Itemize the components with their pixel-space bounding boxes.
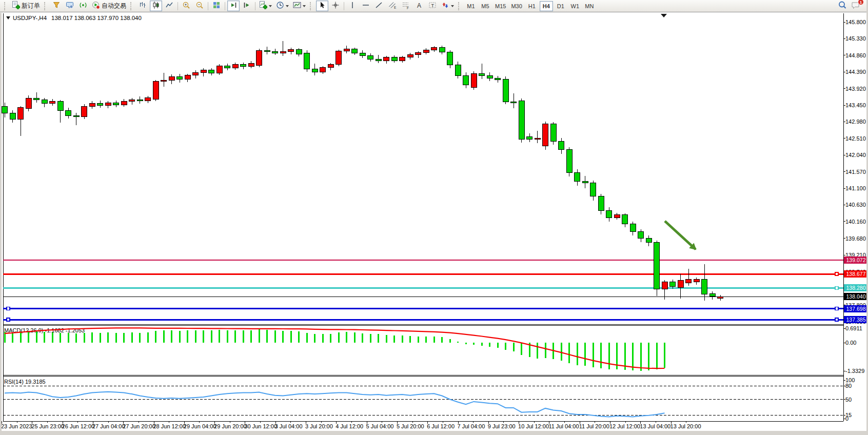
time-axis-label: 27 Jun 04:00	[92, 423, 125, 430]
toolbar-grip[interactable]	[4, 2, 7, 10]
toolbar-grip[interactable]	[130, 2, 133, 10]
text-label-button[interactable]: T	[426, 1, 439, 11]
periods-button[interactable]	[274, 1, 290, 11]
template-icon	[293, 1, 301, 11]
line-chart-button[interactable]	[163, 1, 175, 11]
main-chart-pane[interactable]	[3, 13, 843, 325]
macd-scale-label: 0.00	[845, 339, 868, 346]
cursor-button[interactable]	[316, 1, 328, 11]
toolbar-separator	[208, 2, 208, 10]
svg-text:T: T	[431, 3, 435, 8]
price-line-tag[interactable]: 138.280	[844, 284, 868, 291]
candlestick-chart-button[interactable]	[150, 1, 162, 11]
bar-chart-button[interactable]	[136, 1, 149, 11]
time-axis-label: 11 Jul 04:00	[548, 423, 579, 430]
chart-title: USDJPY-,H4 138.017 138.063 137.970 138.0…	[6, 15, 142, 21]
toolbar-grip[interactable]	[44, 2, 47, 10]
dropdown-caret-icon	[303, 5, 306, 7]
rsi-pane[interactable]	[3, 377, 843, 421]
templates-button[interactable]	[291, 1, 307, 11]
zoom-out-button[interactable]	[193, 1, 206, 11]
time-axis-label: 27 Jun 20:00	[123, 423, 155, 430]
tile-windows-button[interactable]	[210, 1, 223, 11]
period-D1[interactable]: D1	[554, 1, 567, 11]
clock-icon	[276, 1, 284, 11]
terminal-button[interactable]	[64, 1, 76, 11]
price-tick-label: 141.570	[845, 168, 868, 175]
indicators-button[interactable]	[258, 1, 273, 11]
text-button[interactable]: A	[413, 1, 425, 11]
period-M1[interactable]: M1	[464, 1, 478, 11]
arrows-icon	[441, 1, 449, 11]
new-order-button[interactable]: 新订单	[10, 1, 42, 11]
chart-symbol-period: USDJPY-,H4	[13, 15, 47, 21]
toolbar-separator	[177, 2, 178, 10]
period-M5[interactable]: M5	[479, 1, 492, 11]
search-button[interactable]	[836, 1, 849, 11]
toolbar-separator	[255, 2, 255, 10]
period-M30[interactable]: M30	[509, 1, 524, 11]
time-axis-label: 13 Jul 04:00	[640, 423, 670, 430]
period-M15[interactable]: M15	[493, 1, 508, 11]
signal-icon	[79, 1, 87, 11]
time-axis-label: 9 Jul 23:00	[488, 423, 516, 430]
chart-shift-button[interactable]	[241, 1, 253, 11]
price-tick-label: 142.510	[845, 135, 868, 142]
crosshair-icon	[331, 1, 340, 11]
time-axis-label: 23 Jun 2023	[1, 423, 32, 430]
toolbar-grip[interactable]	[458, 2, 461, 10]
notifications-button[interactable]: 1	[850, 1, 862, 11]
time-axis-label: 7 Jul 04:00	[458, 423, 485, 430]
price-line-tag[interactable]: 137.385	[844, 316, 868, 323]
equidistant-channel-button[interactable]: E	[386, 1, 399, 11]
zoom-in-button[interactable]	[180, 1, 192, 11]
vertical-line-button[interactable]	[346, 1, 359, 11]
toolbar-separator	[344, 2, 344, 10]
equidistant-channel-icon: E	[388, 1, 397, 11]
price-tick-label: 142.040	[845, 151, 868, 159]
period-H4[interactable]: H4	[540, 1, 553, 11]
price-line-tag[interactable]: 138.040	[844, 293, 868, 300]
macd-scale-label: 0.6911	[845, 325, 868, 332]
auto-trading-button[interactable]: 自动交易	[90, 1, 128, 11]
time-axis-label: 30 Jun 12:00	[244, 423, 277, 430]
period-MN[interactable]: MN	[583, 1, 596, 11]
fibonacci-button[interactable]: F	[400, 1, 412, 11]
chart-dropdown-icon[interactable]	[6, 16, 10, 19]
zoom-out-icon	[195, 1, 204, 11]
price-tick-label: 145.330	[845, 35, 868, 42]
cursor-icon	[318, 1, 326, 11]
text-icon: A	[415, 1, 423, 11]
time-axis-label: 28 Jun 12:00	[153, 423, 186, 430]
toolbar-separator	[225, 2, 225, 10]
time-axis-label: 25 Jun 23:00	[31, 423, 64, 430]
toolbar-grip[interactable]	[310, 2, 313, 10]
time-axis-label: 13 Jul 20:00	[670, 423, 701, 430]
rsi-scale-label: 50	[845, 396, 868, 403]
funnel-icon	[52, 1, 61, 11]
signal-button[interactable]	[77, 1, 89, 11]
crosshair-button[interactable]	[329, 1, 342, 11]
tile-windows-icon	[212, 1, 221, 11]
time-axis-label: 29 Jun 20:00	[214, 423, 247, 430]
horizontal-line-icon	[362, 1, 370, 11]
period-H1[interactable]: H1	[525, 1, 539, 11]
price-line-tag[interactable]: 139.072	[844, 256, 868, 264]
dropdown-caret-icon	[286, 5, 289, 7]
price-tick-label: 142.980	[845, 118, 868, 125]
funnel-button[interactable]	[50, 1, 63, 11]
auto-scroll-button[interactable]	[227, 1, 240, 11]
terminal-icon	[66, 1, 74, 11]
price-line-tag[interactable]: 138.677	[844, 270, 868, 278]
chart-ohlc-values: 138.017 138.063 137.970 138.040	[51, 15, 142, 21]
trendline-button[interactable]	[373, 1, 385, 11]
period-W1[interactable]: W1	[568, 1, 582, 11]
rsi-scale-label: 0	[845, 415, 868, 422]
notification-badge: 1	[858, 0, 864, 5]
price-tick-label: 143.920	[845, 85, 868, 92]
arrows-tool-button[interactable]	[440, 1, 456, 11]
price-line-tag[interactable]: 137.698	[844, 305, 868, 312]
macd-pane[interactable]	[3, 326, 843, 375]
trendline-icon	[375, 1, 383, 11]
horizontal-line-button[interactable]	[360, 1, 372, 11]
